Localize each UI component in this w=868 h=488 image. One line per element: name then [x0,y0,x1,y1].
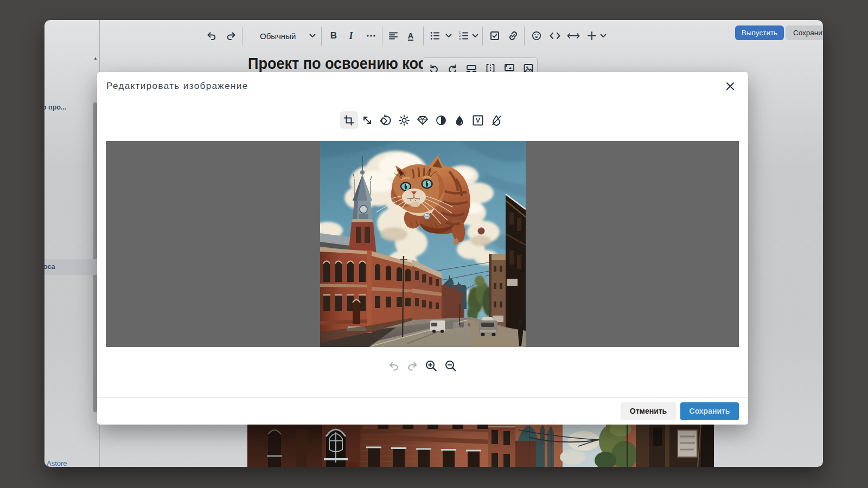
svg-text:3: 3 [459,37,461,41]
